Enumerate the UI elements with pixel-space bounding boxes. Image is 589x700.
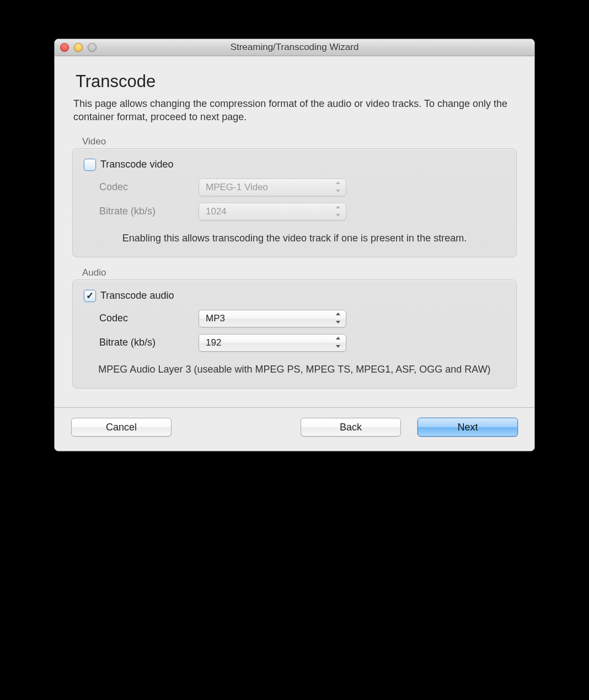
cancel-button[interactable]: Cancel <box>71 418 172 437</box>
wizard-window: Streaming/Transcoding Wizard Transcode T… <box>54 39 535 451</box>
minimize-icon[interactable] <box>74 43 83 52</box>
window-title: Streaming/Transcoding Wizard <box>55 42 534 53</box>
page-title: Transcode <box>76 72 517 91</box>
page-description: This page allows changing the compressio… <box>73 97 517 124</box>
zoom-icon <box>88 43 97 52</box>
video-group: Transcode video Codec MPEG-1 Video Bitra… <box>72 148 517 257</box>
transcode-audio-checkbox[interactable] <box>84 290 96 302</box>
window-controls <box>60 43 97 52</box>
video-bitrate-value: 1024 <box>206 206 227 217</box>
audio-bitrate-select[interactable]: 192 <box>199 334 346 352</box>
chevron-updown-icon <box>336 181 341 192</box>
next-button[interactable]: Next <box>417 418 518 437</box>
video-codec-select: MPEG-1 Video <box>199 179 346 196</box>
audio-codec-select[interactable]: MP3 <box>199 310 346 327</box>
transcode-video-checkbox[interactable] <box>84 159 96 171</box>
back-button[interactable]: Back <box>301 418 401 437</box>
video-hint: Enabling this allows transcoding the vid… <box>84 231 505 245</box>
content-area: Transcode This page allows changing the … <box>55 56 534 404</box>
video-codec-label: Codec <box>99 181 199 193</box>
audio-hint: MPEG Audio Layer 3 (useable with MPEG PS… <box>84 363 505 376</box>
audio-bitrate-label: Bitrate (kb/s) <box>99 337 199 348</box>
audio-codec-label: Codec <box>99 313 199 324</box>
transcode-video-label: Transcode video <box>100 159 173 170</box>
titlebar: Streaming/Transcoding Wizard <box>55 39 534 56</box>
video-codec-value: MPEG-1 Video <box>206 182 268 193</box>
audio-bitrate-value: 192 <box>206 337 221 348</box>
audio-group-label: Audio <box>82 267 517 278</box>
footer: Cancel Back Next <box>55 408 534 451</box>
audio-group: Transcode audio Codec MP3 Bitrate (kb/s)… <box>72 279 517 389</box>
chevron-updown-icon <box>336 337 341 348</box>
audio-codec-value: MP3 <box>206 313 225 324</box>
video-group-label: Video <box>82 136 517 147</box>
transcode-audio-label: Transcode audio <box>100 290 174 301</box>
video-bitrate-label: Bitrate (kb/s) <box>99 206 199 217</box>
chevron-updown-icon <box>336 313 341 324</box>
chevron-updown-icon <box>336 206 341 217</box>
video-bitrate-select: 1024 <box>199 203 346 220</box>
close-icon[interactable] <box>60 43 69 52</box>
